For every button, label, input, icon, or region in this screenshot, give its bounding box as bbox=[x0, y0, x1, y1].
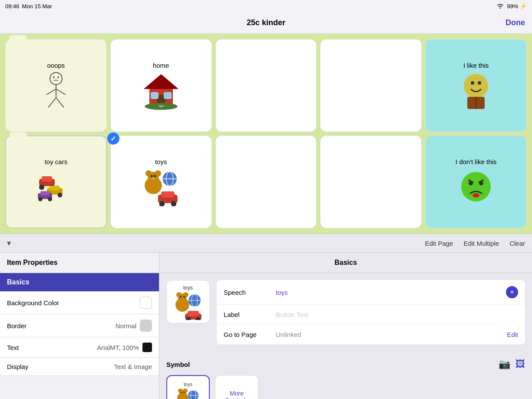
done-button[interactable]: Done bbox=[506, 18, 525, 27]
date-display: Mon 15 Mar bbox=[22, 3, 52, 10]
camera-icon[interactable]: 📷 bbox=[499, 359, 510, 370]
text-value: ArialMT, 100% bbox=[97, 343, 152, 352]
field-row-gotopage: Go to Page Unlinked Edit bbox=[217, 325, 525, 345]
svg-point-57 bbox=[183, 296, 185, 298]
edit-multiple-button[interactable]: Edit Multiple bbox=[463, 240, 499, 247]
symbol-section: Symbol 📷 🖼 toys bbox=[159, 352, 532, 399]
speech-plus-button[interactable]: + bbox=[506, 286, 518, 298]
svg-point-1 bbox=[53, 76, 55, 78]
preview-label: toys bbox=[183, 285, 193, 291]
svg-point-38 bbox=[151, 177, 155, 179]
display-value: Text & Image bbox=[114, 363, 152, 370]
cell-label-ooops: ooops bbox=[47, 62, 65, 69]
svg-point-69 bbox=[181, 392, 182, 393]
svg-line-5 bbox=[56, 89, 66, 95]
speech-label: Speech bbox=[224, 289, 276, 296]
cell-img-idontlike bbox=[456, 167, 496, 206]
symbol-cards: toys bbox=[166, 375, 525, 399]
svg-point-31 bbox=[48, 197, 52, 201]
property-row-text[interactable]: Text ArialMT, 100% bbox=[0, 337, 159, 358]
preview-img bbox=[173, 293, 203, 319]
svg-line-4 bbox=[46, 89, 56, 95]
chevron-down-icon[interactable]: ▾ bbox=[7, 238, 11, 248]
grid-cell-idontlike[interactable]: I don't like this bbox=[425, 135, 527, 228]
image-icon[interactable]: 🖼 bbox=[515, 359, 525, 370]
display-label: Display bbox=[7, 363, 28, 370]
edit-page-button[interactable]: Edit Page bbox=[425, 240, 453, 247]
svg-rect-13 bbox=[164, 92, 171, 99]
svg-line-6 bbox=[48, 98, 56, 108]
symbol-card-toys[interactable]: toys bbox=[166, 375, 210, 399]
right-panel: Basics toys bbox=[159, 253, 532, 399]
speech-value[interactable]: toys bbox=[276, 289, 506, 296]
cell-label-ilike: I like this bbox=[463, 62, 489, 69]
grid-cell-empty2[interactable] bbox=[320, 39, 422, 132]
nav-bar: 25c kinder Done bbox=[0, 12, 532, 34]
border-swatch[interactable] bbox=[140, 320, 152, 332]
svg-rect-21 bbox=[42, 176, 52, 181]
property-row-bgcolor[interactable]: Background Color bbox=[0, 291, 159, 314]
gotopage-edit-button[interactable]: Edit bbox=[507, 331, 518, 338]
grid-cell-ooops[interactable]: ooops bbox=[5, 39, 107, 132]
grid-row-2: toy cars bbox=[5, 135, 527, 228]
gotopage-value: Unlinked bbox=[276, 331, 507, 338]
basics-fields: Speech toys + Label Button Text Go to Pa… bbox=[217, 280, 525, 345]
cell-label-toys: toys bbox=[155, 158, 167, 165]
item-preview-card[interactable]: toys bbox=[166, 280, 210, 323]
cell-img-ooops bbox=[36, 71, 76, 110]
bgcolor-swatch[interactable] bbox=[140, 297, 152, 309]
grid-cell-empty4[interactable] bbox=[320, 135, 422, 228]
svg-rect-29 bbox=[40, 191, 50, 195]
symbol-header: Symbol 📷 🖼 bbox=[166, 359, 525, 370]
page-title: 25c kinder bbox=[247, 18, 285, 27]
property-row-display[interactable]: Display Text & Image bbox=[0, 358, 159, 376]
label-value[interactable]: Button Text bbox=[276, 311, 518, 318]
field-row-label: Label Button Text bbox=[217, 305, 525, 325]
clear-button[interactable]: Clear bbox=[509, 240, 525, 247]
cell-label-home: home bbox=[153, 62, 169, 69]
svg-point-0 bbox=[50, 73, 62, 85]
svg-point-70 bbox=[184, 392, 185, 393]
cell-label-toycars: toy cars bbox=[45, 158, 68, 165]
property-row-border[interactable]: Border Normal bbox=[0, 314, 159, 337]
svg-marker-10 bbox=[144, 74, 178, 89]
cell-label-idontlike: I don't like this bbox=[456, 158, 497, 165]
text-color-swatch[interactable] bbox=[142, 343, 152, 352]
basics-header: Basics bbox=[159, 253, 532, 273]
cell-img-ilike bbox=[456, 71, 496, 110]
basics-section[interactable]: Basics bbox=[0, 273, 159, 291]
item-preview-row: toys bbox=[159, 273, 532, 352]
svg-rect-12 bbox=[151, 92, 158, 99]
svg-point-16 bbox=[471, 81, 474, 85]
svg-rect-25 bbox=[50, 185, 59, 190]
svg-point-27 bbox=[57, 192, 62, 197]
grid-cell-home[interactable]: home bbox=[110, 39, 212, 132]
symbol-card-more[interactable]: MoreSymbols bbox=[215, 375, 258, 399]
gotopage-label: Go to Page bbox=[224, 331, 276, 338]
svg-point-22 bbox=[39, 185, 44, 190]
checkmark-icon: ✓ bbox=[107, 132, 119, 145]
grid-cell-empty3[interactable] bbox=[215, 135, 317, 228]
time-display: 09:46 bbox=[5, 3, 20, 10]
svg-point-56 bbox=[180, 296, 182, 298]
svg-point-15 bbox=[464, 74, 488, 98]
label-field-label: Label bbox=[224, 311, 276, 318]
border-label: Border bbox=[7, 322, 26, 330]
svg-point-37 bbox=[154, 175, 156, 177]
grid-cell-empty1[interactable] bbox=[215, 39, 317, 132]
battery-icon: ⚡ bbox=[520, 3, 527, 10]
bgcolor-label: Background Color bbox=[7, 299, 59, 307]
left-panel: Item Properties Basics Background Color … bbox=[0, 253, 159, 399]
symbol-icons: 📷 🖼 bbox=[499, 359, 525, 370]
field-row-speech: Speech toys + bbox=[217, 280, 525, 305]
svg-point-36 bbox=[150, 175, 152, 177]
svg-point-30 bbox=[38, 197, 43, 201]
text-label: Text bbox=[7, 344, 19, 351]
grid-cell-toycars[interactable]: toy cars bbox=[5, 135, 107, 228]
grid-area: ooops bbox=[0, 34, 532, 234]
svg-rect-43 bbox=[161, 191, 175, 198]
grid-cell-ilike[interactable]: I like this bbox=[425, 39, 527, 132]
border-value: Normal bbox=[116, 320, 152, 332]
cell-img-toycars bbox=[36, 167, 76, 206]
grid-cell-toys[interactable]: ✓ toys bbox=[110, 135, 212, 228]
